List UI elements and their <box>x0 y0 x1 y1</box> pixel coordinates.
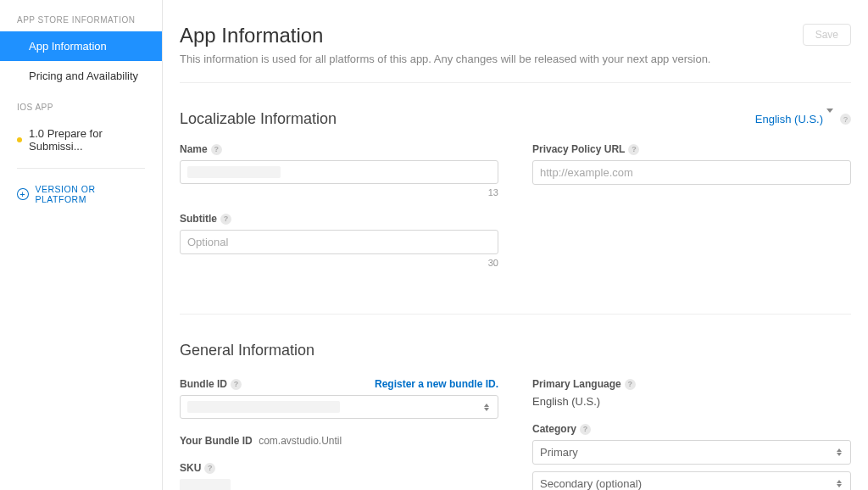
help-icon[interactable]: ? <box>204 463 215 474</box>
sidebar-item-pricing[interactable]: Pricing and Availability <box>0 61 162 91</box>
name-label: Name ? <box>180 143 498 155</box>
divider <box>180 82 851 83</box>
sidebar-item-app-information[interactable]: App Information <box>0 31 162 61</box>
section-title-general: General Information <box>180 342 314 359</box>
bundle-id-label: Bundle ID ? <box>180 378 242 390</box>
divider <box>180 314 851 315</box>
register-bundle-id-link[interactable]: Register a new bundle ID. <box>375 378 498 390</box>
help-icon[interactable]: ? <box>580 424 591 435</box>
subtitle-char-count: 30 <box>180 258 498 268</box>
chevron-down-icon <box>826 113 833 125</box>
save-button[interactable]: Save <box>803 24 851 46</box>
add-platform-label: VERSION OR PLATFORM <box>36 184 145 204</box>
help-icon[interactable]: ? <box>628 144 639 155</box>
locale-label: English (U.S.) <box>755 113 823 125</box>
redacted-value <box>187 401 340 413</box>
name-input[interactable] <box>180 160 498 184</box>
privacy-url-input[interactable] <box>532 160 851 185</box>
subtitle-input[interactable] <box>180 230 498 254</box>
help-icon[interactable]: ? <box>211 144 222 155</box>
redacted-value <box>187 166 281 178</box>
chevron-up-down-icon <box>482 404 491 411</box>
primary-language-label: Primary Language ? <box>532 378 851 390</box>
primary-language-value: English (U.S.) <box>532 395 851 408</box>
category-label: Category ? <box>532 423 851 435</box>
subtitle-label: Subtitle ? <box>180 213 498 225</box>
sidebar-item-label: Pricing and Availability <box>29 70 138 82</box>
bundle-id-select[interactable] <box>180 395 498 419</box>
section-title-localizable: Localizable Information <box>180 110 337 128</box>
page-title: App Information <box>180 24 323 47</box>
sku-value <box>180 479 231 490</box>
name-char-count: 13 <box>180 187 498 198</box>
privacy-url-label: Privacy Policy URL ? <box>532 143 851 155</box>
add-version-or-platform[interactable]: + VERSION OR PLATFORM <box>0 175 162 213</box>
sidebar-item-label: 1.0 Prepare for Submissi... <box>29 127 103 153</box>
status-dot-icon <box>17 137 22 142</box>
select-value: Primary <box>540 446 578 459</box>
help-icon[interactable]: ? <box>231 379 242 390</box>
sidebar-divider <box>17 168 145 169</box>
sidebar-item-version-1-0[interactable]: 1.0 Prepare for Submissi... <box>0 119 162 161</box>
sku-label: SKU ? <box>180 462 498 474</box>
sidebar-item-label: App Information <box>29 40 107 53</box>
chevron-up-down-icon <box>835 480 843 487</box>
sidebar-section-iosapp: IOS APP <box>0 91 162 119</box>
your-bundle-id-value: com.avstudio.Until <box>259 435 342 447</box>
locale-selector[interactable]: English (U.S.) ? <box>755 113 851 125</box>
main-content: App Information Save This information is… <box>163 0 868 490</box>
help-icon[interactable]: ? <box>625 379 636 390</box>
chevron-up-down-icon <box>835 448 843 456</box>
sidebar-section-appstore: APP STORE INFORMATION <box>0 3 162 31</box>
category-primary-select[interactable]: Primary <box>532 440 851 465</box>
help-icon[interactable]: ? <box>220 214 231 225</box>
help-icon[interactable]: ? <box>840 114 851 125</box>
plus-circle-icon: + <box>17 188 29 200</box>
page-subtitle: This information is used for all platfor… <box>180 53 851 65</box>
category-secondary-select[interactable]: Secondary (optional) <box>532 471 851 490</box>
sidebar: APP STORE INFORMATION App Information Pr… <box>0 0 163 490</box>
select-value: Secondary (optional) <box>540 477 642 490</box>
your-bundle-id-label: Your Bundle ID com.avstudio.Until <box>180 435 342 447</box>
